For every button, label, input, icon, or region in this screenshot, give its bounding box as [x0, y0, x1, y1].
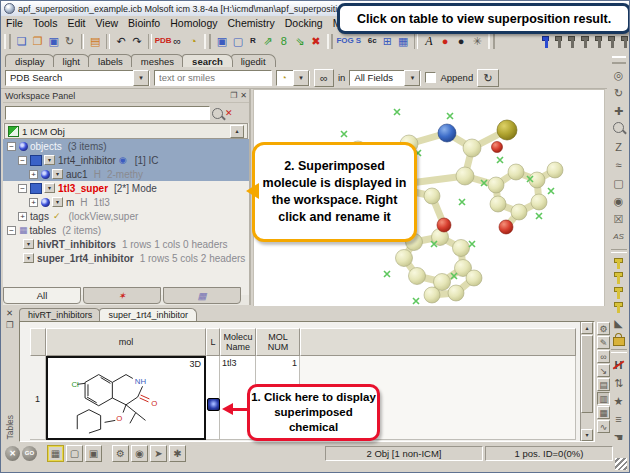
row-index-cell[interactable]: 1 [30, 356, 46, 440]
table-tools-icon[interactable]: ⚙ [597, 322, 610, 335]
clip-front-icon[interactable] [612, 256, 625, 271]
mol-structure-cell[interactable]: 3D Cl NH O O [46, 356, 206, 440]
ball-size-7-icon[interactable] [619, 34, 630, 49]
undo-icon[interactable]: ↶ [113, 33, 129, 49]
table-scrollbar[interactable]: ▴ ▾ [580, 322, 594, 441]
web-search-icon[interactable]: ∞ [169, 33, 185, 49]
ball-size-6-icon[interactable] [606, 34, 617, 49]
tree-item-tags[interactable]: + tags ✓ (lockView,super [3, 209, 249, 223]
clear-selection-icon[interactable]: ☒ [610, 211, 628, 227]
scroll-down-icon[interactable]: ▾ [581, 429, 593, 441]
close-table-icon[interactable]: ✕ [3, 306, 17, 318]
tree-item-m[interactable]: + ▾ m H 1tl3 [3, 195, 249, 209]
search-query-input[interactable] [154, 70, 272, 86]
chevron-down-icon[interactable]: ▾ [133, 70, 149, 86]
ball-size-1-icon[interactable] [540, 34, 551, 49]
expand-icon[interactable]: + [18, 212, 27, 221]
delete-icon[interactable]: ✖ [308, 33, 324, 49]
tab-labels[interactable]: labels [88, 54, 133, 67]
query-type-select[interactable]: ◔ ▾ [276, 70, 310, 86]
view-form-icon[interactable]: ▥ [597, 392, 610, 405]
render-button[interactable]: ➤ [150, 445, 167, 462]
menu-docking[interactable]: Docking [280, 17, 328, 29]
ball-size-5-icon[interactable] [593, 34, 604, 49]
menu-bioinfo[interactable]: Bioinfo [123, 17, 165, 29]
workspace-tab-tables[interactable]: ▦ [163, 287, 241, 304]
l-toggle-cell[interactable] [206, 356, 220, 440]
fog-wedge-icon[interactable]: ◣ [610, 315, 628, 331]
collapse-icon[interactable]: − [7, 142, 16, 151]
expand-icon[interactable]: + [29, 170, 38, 179]
append-checkbox[interactable] [425, 72, 436, 83]
restore-view-icon[interactable]: ▢ [230, 33, 246, 49]
save-icon[interactable]: ▣ [46, 33, 62, 49]
view-grid-icon[interactable]: ▦ [597, 406, 610, 419]
tables-view-button[interactable]: ▦ [47, 445, 64, 462]
ball-size-2-icon[interactable] [553, 34, 564, 49]
clear-filter-icon[interactable]: ✕ [225, 108, 233, 118]
clip-back-icon[interactable] [612, 270, 625, 285]
store-view-icon[interactable]: ▣ [214, 33, 230, 49]
tab-super-1rt4-inhibitor[interactable]: super_1rt4_inhibitor [99, 308, 197, 321]
stop-all-button[interactable]: ✕ [5, 446, 20, 461]
tree-item-1tl3-super[interactable]: − ▾ 1tl3_super [2*] Mode [3, 181, 249, 195]
workspace-tab-molecules[interactable]: ✶ [83, 287, 161, 304]
scroll-up-icon[interactable]: ▴ [581, 322, 593, 334]
history-clock-icon[interactable]: ◔ [185, 33, 201, 49]
colors-button[interactable]: ✱ [169, 445, 186, 462]
translate-icon[interactable]: ✚ [610, 103, 628, 119]
menu-view[interactable]: View [91, 17, 124, 29]
chevron-down-icon[interactable]: ▾ [23, 253, 34, 263]
expand-icon[interactable]: + [29, 198, 38, 207]
collapse-icon[interactable]: − [18, 156, 27, 165]
refresh-button[interactable]: ↻ [477, 69, 499, 87]
tab-hivrt-inhibitors[interactable]: hivRT_inhibitors [19, 308, 101, 321]
chevron-down-icon[interactable]: ▾ [44, 183, 55, 193]
filter-curve-icon[interactable]: ↘ [597, 364, 610, 377]
pdb-search-icon[interactable]: PDB [155, 33, 170, 49]
hide-hydrogens-icon[interactable]: H [610, 357, 628, 373]
scrollbar-thumb[interactable] [581, 335, 593, 413]
toolbar-handle[interactable] [612, 56, 626, 64]
column-header-mol[interactable]: mol [46, 328, 206, 356]
clip-slab-icon[interactable] [612, 285, 625, 300]
chevron-down-icon[interactable]: ▾ [293, 70, 309, 86]
menu-file[interactable]: File [1, 17, 28, 29]
search-field-select[interactable]: All Fields ▾ [349, 70, 421, 86]
reload-icon[interactable]: ↻ [62, 33, 78, 49]
tab-display[interactable]: display [5, 54, 55, 67]
tables-side-label[interactable]: Tables [5, 415, 15, 440]
collapse-icon[interactable]: − [18, 184, 27, 193]
workspace-tab-all[interactable]: All [3, 287, 81, 304]
shadow-toggle-icon[interactable]: S [351, 33, 365, 49]
new-file-icon[interactable]: ❏ [14, 33, 30, 49]
hand-pick-icon[interactable]: ☚ [610, 429, 628, 445]
stack-order-icon[interactable]: ⇅ [610, 375, 628, 391]
font-label-icon[interactable]: A [421, 33, 437, 49]
icm-object-header[interactable]: 1 ICM Obj ▴ [4, 123, 248, 139]
ball-size-4-icon[interactable] [579, 34, 590, 49]
torsion-icon[interactable]: ≈ [610, 157, 628, 173]
fog-toggle-icon[interactable]: FOG [336, 33, 351, 49]
select-rectangle-icon[interactable]: ▢ [610, 175, 628, 191]
close-panel-icon[interactable]: ✕ [240, 91, 247, 100]
tab-meshes[interactable]: meshes [131, 54, 184, 67]
r-label-icon[interactable]: R [246, 33, 260, 49]
window-resize-grip[interactable] [615, 458, 627, 470]
float-table-icon[interactable]: ❐ [3, 318, 17, 330]
select-lasso-icon[interactable]: ◉ [610, 193, 628, 209]
z-rotate-icon[interactable]: Z [610, 139, 628, 155]
settings-gear-button[interactable]: ⚙ [112, 445, 129, 462]
find-binoculars-icon[interactable]: ∞ [597, 350, 610, 363]
camera-button[interactable]: ◉ [131, 445, 148, 462]
tab-ligedit[interactable]: ligedit [231, 54, 276, 67]
menu-edit[interactable]: Edit [62, 17, 90, 29]
wand-icon[interactable]: ✳ [469, 33, 485, 49]
tab-light[interactable]: light [53, 54, 90, 67]
menu-chemistry[interactable]: Chemistry [223, 17, 280, 29]
grid-view-icon[interactable]: ⊞ [379, 33, 395, 49]
menu-homology[interactable]: Homology [165, 17, 222, 29]
tree-item-super-1rt4-inhibitor[interactable]: ▾ super_1rt4_inhibitor 1 rows 5 cols 2 h… [3, 251, 249, 265]
tab-search[interactable]: search [182, 54, 233, 67]
window-view-button[interactable]: ▢ [66, 445, 83, 462]
